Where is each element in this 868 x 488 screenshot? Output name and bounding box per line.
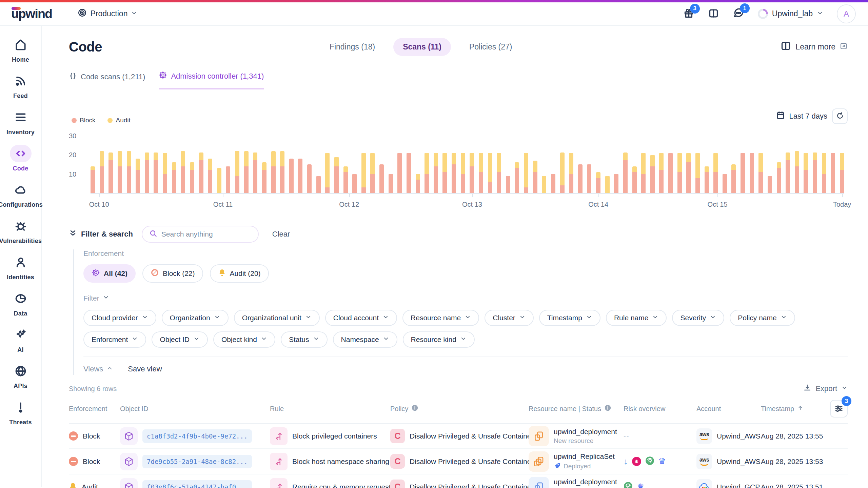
table-row[interactable]: Block7de9cb55-2a91-48ae-8c82...Block hos… xyxy=(69,449,848,474)
chart-bar[interactable] xyxy=(560,152,565,193)
chart-bar[interactable] xyxy=(379,164,384,193)
chart-bar[interactable] xyxy=(461,153,465,193)
chart-bar[interactable] xyxy=(533,161,537,193)
enforcement-chip-all[interactable]: All (42) xyxy=(83,264,136,283)
save-view-button[interactable]: Save view xyxy=(128,365,162,373)
chart-bar[interactable] xyxy=(831,153,835,193)
column-settings-button[interactable]: 3 xyxy=(830,400,848,418)
object-id-link[interactable]: f03e8f6c-51a0-4147-baf0... xyxy=(142,480,252,488)
chart-bar[interactable] xyxy=(813,152,817,193)
chart-bar[interactable] xyxy=(389,174,393,193)
chart-bar[interactable] xyxy=(235,151,239,193)
chart-bar[interactable] xyxy=(840,153,844,193)
sidebar-item-feed[interactable]: Feed xyxy=(0,72,41,100)
chart-bar[interactable] xyxy=(181,151,185,193)
chart-bar[interactable] xyxy=(442,153,447,193)
chart-bar[interactable] xyxy=(217,168,221,193)
chart-bar[interactable] xyxy=(289,159,294,193)
filter-chip-status[interactable]: Status xyxy=(281,331,328,348)
avatar[interactable]: A xyxy=(837,4,856,23)
gift-button[interactable]: 3 xyxy=(683,8,694,20)
views-toggle[interactable]: Views xyxy=(83,365,113,373)
filter-chip-object-id[interactable]: Object ID xyxy=(152,331,208,348)
clear-filters-button[interactable]: Clear xyxy=(272,230,290,239)
sidebar-item-ai[interactable]: AI xyxy=(0,326,41,353)
chart-bar[interactable] xyxy=(578,164,583,193)
column-header-object-id[interactable]: Object ID xyxy=(120,405,270,413)
chart-bar[interactable] xyxy=(208,159,212,193)
enforcement-chip-audit[interactable]: Audit (20) xyxy=(210,264,269,283)
filter-chip-cluster[interactable]: Cluster xyxy=(485,310,534,326)
chart-bar[interactable] xyxy=(768,176,772,193)
column-header-risk-overview[interactable]: Risk overview xyxy=(624,405,696,413)
chart-bar[interactable] xyxy=(145,152,149,193)
chart-bar[interactable] xyxy=(750,153,754,193)
chart-bar[interactable] xyxy=(605,176,610,193)
chart-bar[interactable] xyxy=(741,153,745,193)
chart-bar[interactable] xyxy=(307,164,312,193)
resource-name[interactable]: upwind_ReplicaSet xyxy=(554,452,615,461)
chart-bar[interactable] xyxy=(804,153,808,193)
chart-bar[interactable] xyxy=(650,155,655,193)
panel-toggle-button[interactable] xyxy=(708,8,719,20)
chart-bar[interactable] xyxy=(705,166,709,193)
chart-bar[interactable] xyxy=(343,166,348,193)
chart-bar[interactable] xyxy=(154,152,158,193)
chart-bar[interactable] xyxy=(497,153,501,193)
chart-bar[interactable] xyxy=(822,153,826,193)
environment-selector[interactable]: Production xyxy=(78,8,137,19)
chart-bar[interactable] xyxy=(361,153,366,193)
chart-bar[interactable] xyxy=(542,176,546,193)
column-header-enforcement[interactable]: Enforcement xyxy=(69,405,120,413)
sidebar-item-threats[interactable]: Threats xyxy=(0,399,41,426)
sidebar-item-vulnerabilities[interactable]: Vulnerabilities xyxy=(0,217,41,245)
chart-bar[interactable] xyxy=(677,153,682,193)
filter-chip-severity[interactable]: Severity xyxy=(672,310,724,326)
chart-bar[interactable] xyxy=(407,153,411,193)
column-header-rule[interactable]: Rule xyxy=(270,405,390,413)
chart-bar[interactable] xyxy=(777,162,781,193)
filter-search-toggle[interactable]: Filter & search xyxy=(69,229,133,239)
subtab-code[interactable]: Code scans (1,211) xyxy=(69,71,145,89)
column-header-resource-name-status[interactable]: Resource name | Status xyxy=(529,404,624,413)
sidebar-item-identities[interactable]: Identities xyxy=(0,253,41,281)
chart-bar[interactable] xyxy=(172,162,176,193)
filter-chip-enforcment[interactable]: Enforcment xyxy=(83,331,146,348)
chart-bar[interactable] xyxy=(695,153,700,193)
filter-chip-timestamp[interactable]: Timestamp xyxy=(539,310,600,326)
search-input[interactable] xyxy=(161,230,251,238)
chart-bar[interactable] xyxy=(298,159,302,193)
chart-bar[interactable] xyxy=(325,153,330,193)
org-selector[interactable]: Upwind_lab xyxy=(758,9,823,19)
chart-bar[interactable] xyxy=(641,153,646,193)
chart-bar[interactable] xyxy=(127,151,131,193)
tab-findings[interactable]: Findings (18) xyxy=(320,38,384,56)
filter-chip-organization[interactable]: Organization xyxy=(162,310,229,326)
enforcement-chip-block[interactable]: Block (22) xyxy=(142,264,203,283)
chart-bar[interactable] xyxy=(551,174,555,193)
chart-bar[interactable] xyxy=(723,174,727,193)
chart-bar[interactable] xyxy=(425,153,429,193)
policy-name[interactable]: Disallow Privileged & Unsafe Containers xyxy=(410,432,537,440)
chart-bar[interactable] xyxy=(524,153,528,193)
chart-bar[interactable] xyxy=(244,151,249,193)
chart-bar[interactable] xyxy=(334,157,339,193)
chart-bar[interactable] xyxy=(280,151,284,193)
filter-chip-object-kind[interactable]: Object kind xyxy=(213,331,275,348)
chart-bar[interactable] xyxy=(515,162,519,193)
chart-bar[interactable] xyxy=(713,153,718,193)
table-row[interactable]: Auditf03e8f6c-51a0-4147-baf0...Require c… xyxy=(69,474,848,488)
table-row[interactable]: Blockc1a8f3d2-4f9b-4b0e-9e72...Block pri… xyxy=(69,424,848,449)
chart-bar[interactable] xyxy=(758,153,763,193)
chart-bar[interactable] xyxy=(370,153,375,193)
chart-bar[interactable] xyxy=(397,153,402,193)
policy-name[interactable]: Disallow Privileged & Unsafe Containers xyxy=(410,458,537,466)
chart-bar[interactable] xyxy=(614,174,618,193)
policy-name[interactable]: Disallow Privileged & Unsafe Containers xyxy=(410,483,537,488)
chart-bar[interactable] xyxy=(795,151,799,193)
sidebar-item-apis[interactable]: APIs xyxy=(0,362,41,390)
chart-bar[interactable] xyxy=(632,166,637,193)
export-button[interactable]: Export xyxy=(803,384,848,394)
sidebar-item-inventory[interactable]: Inventory xyxy=(0,108,41,136)
tab-scans[interactable]: Scans (11) xyxy=(393,38,451,56)
